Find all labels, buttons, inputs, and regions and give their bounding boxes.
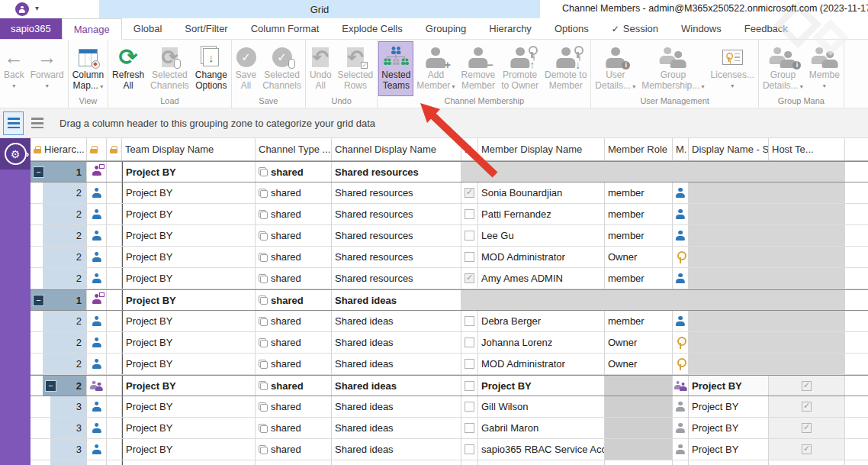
tab-explode-cells[interactable]: Explode Cells — [330, 18, 414, 39]
column-header-explicit[interactable]: E... — [461, 138, 478, 160]
column-header-channel-type[interactable]: Channel Type ... — [256, 138, 332, 160]
collapse-button[interactable]: − — [33, 166, 44, 178]
table-row[interactable]: −1Project BYsharedShared ideas — [31, 289, 868, 311]
tab-options[interactable]: Options — [543, 18, 600, 39]
hierarchy-level: 2 — [76, 187, 84, 199]
row-checkbox[interactable] — [465, 188, 474, 198]
table-row[interactable]: 3Project BYsharedShared ideassapio365 RB… — [31, 439, 868, 460]
dropdown-caret-icon[interactable]: ▾ — [4, 81, 24, 92]
tab-windows[interactable]: Windows — [670, 18, 733, 39]
table-row[interactable]: 3Project BYsharedShared ideasGill Wilson… — [31, 396, 868, 418]
cell-member-display-name: sapio365 RBAC Service Accou — [478, 439, 605, 460]
column-header-team[interactable]: Team Display Name — [122, 138, 256, 160]
table-row[interactable]: 2Project BYsharedShared resourcesSonia B… — [31, 182, 868, 204]
row-checkbox[interactable] — [465, 337, 474, 347]
ribbon-button-label: UndoAll — [310, 70, 332, 91]
tab-hierarchy[interactable]: Hierarchy — [477, 18, 543, 39]
table-row[interactable] — [31, 460, 868, 465]
column-header-lock-b[interactable]: S — [107, 138, 122, 160]
tab-session[interactable]: ✓Session — [600, 18, 670, 39]
dropdown-caret-icon[interactable]: ▾ — [699, 83, 704, 90]
column-header-role[interactable]: Member Role — [605, 138, 673, 160]
row-checkbox[interactable] — [465, 316, 474, 326]
ribbon-button-demote-to-member[interactable]: ↓Demote toMember — [542, 41, 590, 96]
ribbon-button-selected-channels[interactable]: ✓SelectedChannels — [259, 41, 304, 96]
tab-column-format[interactable]: Column Format — [240, 18, 331, 39]
ribbon-button-selected-rows[interactable]: ↶✓SelectedRows — [335, 41, 377, 96]
table-row[interactable]: 3Project BYsharedShared ideasGabril Maro… — [31, 418, 868, 439]
column-header-lock-a[interactable] — [87, 138, 107, 160]
table-row[interactable]: 2Project BYsharedShared resourcesMOD Adm… — [31, 247, 868, 268]
ribbon-button-add-member[interactable]: +AddMember ▾ — [413, 41, 458, 96]
grid-view-toggle-detail[interactable] — [3, 111, 24, 135]
ribbon-button-change-options[interactable]: ↓ChangeOptions — [192, 41, 230, 96]
quick-access-caret-icon[interactable]: ▾ — [35, 4, 39, 12]
table-row[interactable]: −2Project BYsharedShared ideasProject BY… — [31, 375, 868, 396]
table-row[interactable]: 2Project BYsharedShared resourcesAmy Ame… — [31, 268, 868, 289]
dropdown-caret-icon[interactable]: ▾ — [31, 81, 64, 92]
row-checkbox[interactable] — [465, 423, 474, 433]
ribbon-button-licenses[interactable]: Licenses...▾ — [708, 41, 757, 96]
automation-gear-icon[interactable]: ⚙ — [5, 143, 27, 165]
column-header-display-name[interactable]: Display Name - S... — [689, 138, 769, 160]
column-header-hierarchy[interactable]: Hierarc... — [31, 138, 87, 160]
table-row[interactable]: 2Project BYsharedShared ideasJohanna Lor… — [31, 332, 868, 354]
host-team-checkbox[interactable] — [802, 444, 812, 454]
column-header-channel-name[interactable]: Channel Display Name — [332, 138, 461, 160]
ribbon-button-refresh-all[interactable]: ⟳RefreshAll — [109, 41, 147, 96]
cell-row-type — [87, 225, 107, 246]
tab-feedback[interactable]: Feedback — [733, 18, 799, 39]
table-row[interactable]: 2Project BYsharedShared resourcesPatti F… — [31, 204, 868, 225]
dropdown-caret-icon[interactable]: ▾ — [711, 81, 754, 92]
row-checkbox[interactable] — [465, 381, 474, 391]
people-icon — [811, 47, 838, 68]
dropdown-caret-icon[interactable]: ▾ — [799, 83, 803, 90]
ribbon-button-group-membership[interactable]: GroupMembership... ▾ — [638, 41, 707, 96]
tab-sort-filter[interactable]: Sort/Filter — [173, 18, 239, 39]
row-checkbox[interactable] — [465, 273, 474, 283]
shared-channel-icon — [259, 317, 268, 326]
collapse-button[interactable]: − — [45, 380, 56, 392]
ribbon-button-membe[interactable]: Membe▾ — [806, 41, 843, 96]
tab-sapio365[interactable]: sapio365 — [0, 18, 62, 39]
host-team-checkbox[interactable] — [802, 423, 812, 433]
dropdown-caret-icon[interactable]: ▾ — [98, 83, 103, 90]
row-checkbox[interactable] — [465, 209, 474, 219]
collapse-button[interactable]: − — [33, 295, 44, 306]
dropdown-caret-icon[interactable]: ▾ — [809, 81, 840, 92]
table-row[interactable]: −1Project BYsharedShared resources — [31, 161, 868, 182]
app-icon[interactable] — [15, 2, 29, 16]
ribbon-button-undo-all[interactable]: ↶UndoAll — [307, 41, 335, 96]
ribbon-button-promote-to-owner[interactable]: ↑Promoteto Owner — [498, 41, 542, 96]
host-team-checkbox[interactable] — [802, 381, 812, 391]
tab-grouping[interactable]: Grouping — [414, 18, 477, 39]
row-checkbox[interactable] — [465, 252, 474, 262]
ribbon-button-column-map[interactable]: ColumnMap... ▾ — [69, 41, 107, 96]
column-header-member[interactable]: Member Display Name — [478, 138, 605, 160]
grid-view-toggle-list[interactable] — [27, 111, 47, 135]
dropdown-caret-icon[interactable]: ▾ — [450, 83, 455, 90]
row-checkbox[interactable] — [465, 231, 474, 241]
column-header-member-type[interactable]: M. — [673, 138, 689, 160]
ribbon-button-group-details[interactable]: iGroupDetails... ▾ — [760, 41, 806, 96]
table-row[interactable]: 2Project BYsharedShared resourcesLee Gum… — [31, 225, 868, 247]
ribbon-button-user-details[interactable]: iUserDetails... ▾ — [592, 41, 638, 96]
table-row[interactable]: 2Project BYsharedShared ideasDebra Berge… — [31, 311, 868, 332]
row-checkbox[interactable] — [465, 402, 474, 412]
row-checkbox[interactable] — [465, 444, 474, 454]
ribbon-button-nested-teams[interactable]: NestedTeams — [378, 41, 413, 96]
cell-member-display-name — [478, 460, 605, 465]
tab-global[interactable]: Global — [122, 18, 174, 39]
row-checkbox[interactable] — [465, 359, 474, 369]
host-team-checkbox[interactable] — [802, 402, 812, 412]
sidebar-expand-chevron-icon[interactable]: › — [26, 148, 29, 160]
table-row[interactable]: 2Project BYsharedShared ideasMOD Adminis… — [31, 354, 868, 375]
dropdown-caret-icon[interactable]: ▾ — [631, 83, 635, 90]
ribbon-button-save-all[interactable]: ✓SaveAll — [233, 41, 259, 96]
tab-manage[interactable]: Manage — [62, 18, 122, 40]
ribbon-button-forward[interactable]: →Forward▾ — [27, 41, 67, 96]
ribbon-button-remove-member[interactable]: −RemoveMember — [458, 41, 499, 96]
ribbon-button-back[interactable]: ←Back▾ — [1, 41, 27, 96]
column-header-host-team[interactable]: Host Te... — [769, 138, 845, 160]
ribbon-button-selected-channels[interactable]: ⟳SelectedChannels — [147, 41, 192, 96]
